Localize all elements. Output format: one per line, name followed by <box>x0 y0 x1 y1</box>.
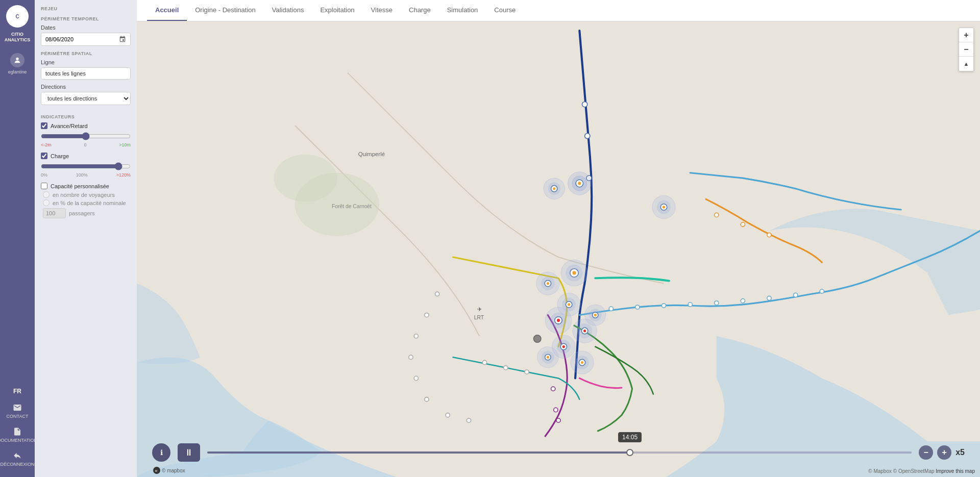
svg-point-18 <box>553 187 555 190</box>
charge-slider-container: 0% 100% >120% <box>41 162 131 178</box>
svg-point-80 <box>551 387 555 391</box>
tab-origine-destination[interactable]: Origine - Destination <box>187 0 264 21</box>
svg-point-74 <box>425 397 429 401</box>
svg-text:LRT: LRT <box>474 315 484 320</box>
svg-text:M: M <box>155 469 158 472</box>
tab-charge[interactable]: Charge <box>401 0 439 21</box>
date-input[interactable] <box>45 36 114 42</box>
main-area: Accueil Origine - Destination Validation… <box>137 0 980 477</box>
documentation-button[interactable]: DOCUMENTATION <box>0 427 37 443</box>
svg-point-73 <box>414 376 418 380</box>
calendar-icon <box>119 36 126 43</box>
ligne-label: Ligne <box>41 59 131 65</box>
mapbox-credit: © mapbox <box>162 468 185 473</box>
radio-voyageurs[interactable] <box>43 191 50 198</box>
app-name: CITIO ANALYTICS <box>5 32 31 43</box>
logo-letter: C <box>15 14 19 19</box>
zoom-in-button[interactable]: + <box>959 28 973 42</box>
svg-point-9 <box>585 133 590 138</box>
perimetre-spatial-title: PÉRIMÈTRE SPATIAL <box>41 51 131 56</box>
svg-point-79 <box>525 370 529 374</box>
speed-increase-button[interactable]: + <box>937 445 951 460</box>
svg-point-14 <box>578 182 581 185</box>
svg-point-30 <box>568 303 570 306</box>
improve-map-link[interactable]: Improve this map <box>936 468 975 474</box>
tab-accueil[interactable]: Accueil <box>147 0 187 21</box>
speed-decrease-button[interactable]: − <box>919 445 933 460</box>
svg-point-54 <box>547 356 549 359</box>
capacite-checkbox[interactable] <box>41 183 47 189</box>
slider-avance-min: <-2m <box>41 142 52 147</box>
svg-point-77 <box>482 360 486 364</box>
svg-point-68 <box>533 335 541 342</box>
user-profile[interactable]: eglantine <box>8 53 27 74</box>
speed-controls: − + x5 <box>919 445 965 460</box>
radio-voyageurs-row: en nombre de voyageurs <box>43 191 131 198</box>
svg-point-85 <box>767 233 771 237</box>
svg-text:Forêt de Carnoët: Forêt de Carnoët <box>332 204 372 209</box>
svg-point-69 <box>435 292 439 296</box>
svg-point-70 <box>425 313 429 317</box>
tab-simulation[interactable]: Simulation <box>439 0 486 21</box>
svg-point-62 <box>688 303 692 307</box>
svg-point-75 <box>446 413 450 417</box>
rejeu-section-title: REJEU <box>41 6 131 11</box>
slider-avance-mid: 0 <box>84 142 86 147</box>
logout-label: DÉCONNEXION <box>1 462 35 467</box>
svg-point-66 <box>793 293 797 297</box>
passagers-row: passagers <box>43 208 131 218</box>
radio-pct[interactable] <box>43 199 50 206</box>
sidebar-bottom: FR CONTACT DOCUMENTATION DÉCONNEXION <box>0 388 37 472</box>
svg-text:Quimperlé: Quimperlé <box>358 151 385 157</box>
tab-exploitation[interactable]: Exploitation <box>312 0 362 21</box>
svg-point-59 <box>609 307 613 311</box>
timeline-wrapper[interactable]: 14:05 <box>207 451 912 454</box>
user-name-label: eglantine <box>8 69 27 74</box>
tab-validations[interactable]: Validations <box>264 0 312 21</box>
charge-label: Charge <box>51 153 69 159</box>
pause-icon: ⏸ <box>184 447 193 458</box>
tab-vitesse[interactable]: Vitesse <box>363 0 401 21</box>
svg-point-67 <box>820 289 824 293</box>
slider-charge-min: 0% <box>41 172 47 178</box>
timeline-track[interactable] <box>207 451 912 454</box>
date-input-wrapper[interactable] <box>41 33 131 46</box>
directions-label: Directions <box>41 84 131 90</box>
charge-slider[interactable] <box>41 162 131 170</box>
logout-button[interactable]: DÉCONNEXION <box>1 451 35 467</box>
pause-button[interactable]: ⏸ <box>178 443 200 462</box>
ligne-input[interactable] <box>41 67 131 80</box>
radio-pct-label: en % de la capacité nominale <box>53 200 126 206</box>
zoom-out-button[interactable]: − <box>959 42 973 57</box>
map-credit: © Mapbox © OpenStreetMap Improve this ma… <box>868 468 975 474</box>
documentation-label: DOCUMENTATION <box>0 438 37 443</box>
radio-voyageurs-label: en nombre de voyageurs <box>53 192 115 198</box>
tab-course[interactable]: Course <box>486 0 524 21</box>
directions-select[interactable]: toutes les directions <box>41 92 131 105</box>
svg-point-0 <box>16 57 18 60</box>
mapbox-icon: M <box>153 467 160 474</box>
map-area[interactable]: Quimperlé LRT ✈ Forêt de Carnoët <box>137 21 980 477</box>
charge-checkbox[interactable] <box>41 153 47 159</box>
avance-retard-checkbox[interactable] <box>41 122 47 129</box>
contact-label: CONTACT <box>7 414 29 419</box>
playback-bar: ℹ ⏸ 14:05 − + x5 <box>152 443 965 462</box>
passagers-label: passagers <box>69 210 95 216</box>
language-button[interactable]: FR <box>13 388 21 395</box>
indicateurs-title: INDICATEURS <box>41 114 131 119</box>
passagers-input[interactable] <box>43 208 66 218</box>
svg-point-3 <box>274 155 337 202</box>
dates-label: Dates <box>41 24 131 31</box>
timeline-thumb[interactable] <box>626 449 633 456</box>
map-controls: + − ▲ <box>959 28 974 71</box>
reset-north-button[interactable]: ▲ <box>959 57 973 71</box>
svg-point-82 <box>556 418 560 422</box>
avance-retard-slider[interactable] <box>41 132 131 140</box>
time-tooltip: 14:05 <box>618 432 642 442</box>
app-logo[interactable]: C <box>6 5 29 28</box>
svg-point-22 <box>572 271 576 274</box>
svg-point-78 <box>504 366 508 370</box>
info-button[interactable]: ℹ <box>152 443 170 462</box>
map-background: Quimperlé LRT ✈ Forêt de Carnoët <box>137 21 980 477</box>
contact-button[interactable]: CONTACT <box>7 403 29 419</box>
